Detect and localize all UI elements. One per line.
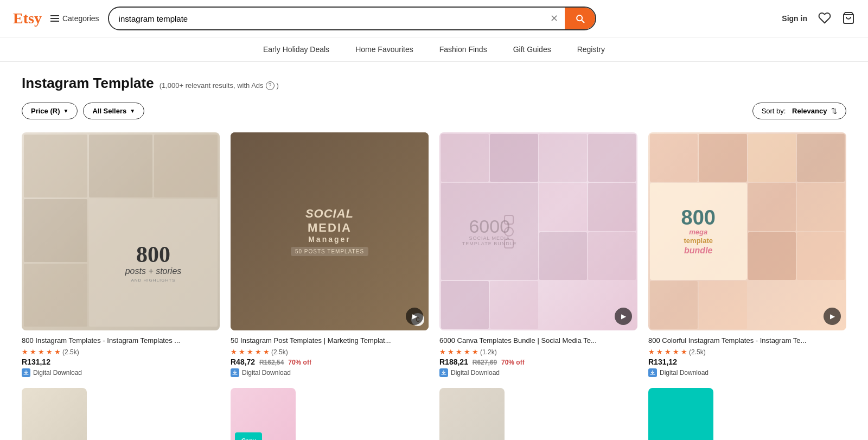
product-grid: 800 posts + stories and highlights 800 I… — [22, 132, 846, 377]
product-price-2: R48,72 R162,54 70% off — [231, 358, 429, 366]
original-price-3: R627,69 — [473, 359, 497, 366]
product-grid-row2: Canv — [22, 388, 846, 440]
search-input[interactable] — [109, 9, 544, 29]
product-card-2[interactable]: SOCIAL MEDIA Manager 50 POSTS TEMPLATES … — [231, 132, 429, 377]
product-title-2: 50 Instagram Post Templates | Marketing … — [231, 336, 429, 346]
categories-button[interactable]: Categories — [50, 14, 99, 23]
search-icon — [575, 13, 585, 24]
nav-registry[interactable]: Registry — [577, 45, 605, 54]
digital-download-icon-1 — [22, 368, 30, 377]
product-image-1: 800 posts + stories and highlights — [22, 132, 220, 330]
main-content: Instagram Template (1,000+ relevant resu… — [0, 62, 868, 440]
digital-download-icon-4 — [648, 368, 657, 377]
product-image-2: SOCIAL MEDIA Manager 50 POSTS TEMPLATES … — [231, 132, 429, 330]
product-card-5[interactable] — [22, 388, 220, 440]
star-5: ★ — [54, 348, 61, 356]
product-image-6: Canv — [231, 388, 296, 440]
sellers-filter-button[interactable]: All Sellers ▼ — [83, 103, 144, 119]
star-1: ★ — [22, 348, 28, 356]
header-right: Sign in — [782, 11, 855, 26]
main-nav: Early Holiday Deals Home Favourites Fash… — [0, 37, 868, 62]
digital-badge-1: Digital Download — [22, 368, 220, 377]
product-stars-1: ★ ★ ★ ★ ★ (2.5k) — [22, 348, 220, 356]
results-title: Instagram Template (1,000+ relevant resu… — [22, 75, 279, 92]
product-price-1: R131,12 — [22, 358, 220, 366]
page-title: Instagram Template — [22, 75, 154, 92]
results-count: (1,000+ relevant results, with Ads ? ) — [159, 81, 279, 90]
etsy-logo[interactable]: Etsy — [13, 10, 42, 27]
digital-badge-3: Digital Download — [439, 368, 637, 377]
review-count-1: (2.5k) — [62, 348, 79, 356]
product-title-4: 800 Colorful Instagram Templates - Insta… — [648, 336, 846, 346]
play-button-3[interactable]: ▶ — [615, 308, 632, 325]
digital-download-icon-2 — [231, 368, 239, 377]
product-title-1: 800 Instagram Templates - Instagram Temp… — [22, 336, 220, 346]
star-4: ★ — [46, 348, 53, 356]
product-card-4[interactable]: 800 mega template bundle ▶ 800 Colorfu — [648, 132, 846, 377]
nav-home-favourites[interactable]: Home Favourites — [355, 45, 413, 54]
product-stars-4: ★★★★★ (2.5k) — [648, 348, 846, 356]
product-image-7 — [439, 388, 505, 440]
product-card-6[interactable]: Canv — [231, 388, 429, 440]
filters-row: Price (R) ▼ All Sellers ▼ Sort by: Relev… — [22, 103, 846, 119]
product-title-3: 6000 Canva Templates Bundle | Social Med… — [439, 336, 637, 346]
sellers-dropdown-arrow: ▼ — [130, 108, 135, 114]
nav-gift-guides[interactable]: Gift Guides — [513, 45, 551, 54]
cart-icon — [842, 11, 855, 24]
discount-3: 70% off — [501, 359, 525, 366]
product-card-7[interactable] — [439, 388, 637, 440]
cart-button[interactable] — [842, 11, 855, 26]
original-price-2: R162,54 — [259, 359, 284, 366]
product-price-3: R188,21 R627,69 70% off — [439, 358, 637, 366]
results-header: Instagram Template (1,000+ relevant resu… — [22, 75, 846, 92]
play-button-4[interactable]: ▶ — [824, 308, 841, 325]
hamburger-icon — [50, 15, 59, 22]
heart-icon — [818, 11, 831, 24]
product-price-4: R131,12 — [648, 358, 846, 366]
clear-search-button[interactable]: ✕ — [544, 14, 565, 23]
digital-badge-4: Digital Download — [648, 368, 846, 377]
play-button-2[interactable]: ▶ — [406, 308, 423, 325]
review-count-4: (2.5k) — [689, 348, 706, 356]
product-image-3: 6000 SOCIAL MEDIA TEMPLATE BUNDLE — [439, 132, 637, 330]
sign-in-link[interactable]: Sign in — [782, 14, 807, 23]
product-image-5 — [22, 388, 87, 440]
product-image-4: 800 mega template bundle ▶ — [648, 132, 846, 330]
product-card-1[interactable]: 800 posts + stories and highlights 800 I… — [22, 132, 220, 377]
favorites-button[interactable] — [818, 11, 831, 26]
review-count-3: (1.2k) — [480, 348, 497, 356]
discount-2: 70% off — [288, 359, 311, 366]
review-count-2: (2.5k) — [271, 348, 288, 356]
digital-download-icon-3 — [439, 368, 448, 377]
product-card-8[interactable] — [648, 388, 846, 440]
nav-early-holiday[interactable]: Early Holiday Deals — [263, 45, 329, 54]
product-image-8 — [648, 388, 713, 440]
star-2: ★ — [30, 348, 36, 356]
nav-fashion-finds[interactable]: Fashion Finds — [439, 45, 487, 54]
price-dropdown-arrow: ▼ — [63, 108, 68, 114]
search-bar: ✕ — [108, 7, 596, 30]
sort-button[interactable]: Sort by: Relevancy ⇅ — [752, 103, 846, 119]
search-button[interactable] — [565, 8, 595, 29]
star-3: ★ — [38, 348, 44, 356]
categories-label: Categories — [62, 14, 99, 23]
digital-badge-2: Digital Download — [231, 368, 429, 377]
price-filter-button[interactable]: Price (R) ▼ — [22, 103, 78, 119]
product-stars-2: ★★★★★ (2.5k) — [231, 348, 429, 356]
product-stars-3: ★★★★★ (1.2k) — [439, 348, 637, 356]
product-card-3[interactable]: 6000 SOCIAL MEDIA TEMPLATE BUNDLE — [439, 132, 637, 377]
info-icon[interactable]: ? — [266, 81, 275, 90]
header: Etsy Categories ✕ Sign in — [0, 0, 868, 37]
